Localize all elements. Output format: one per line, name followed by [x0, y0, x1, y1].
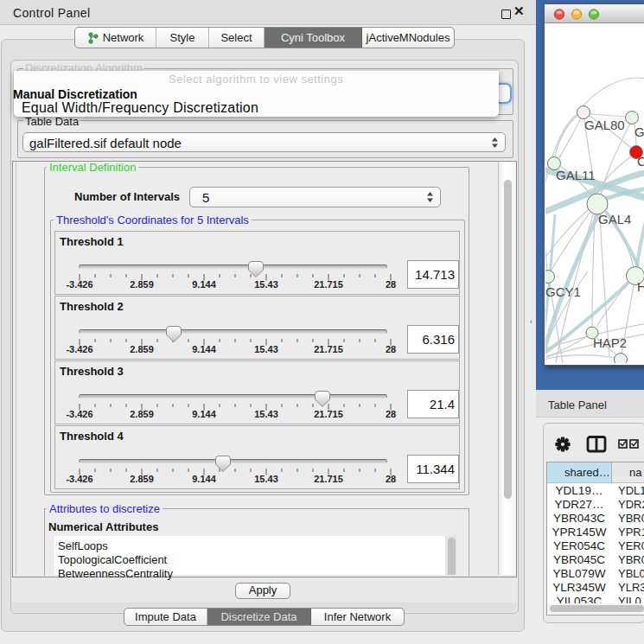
svg-text:H: H: [637, 279, 644, 294]
svg-text:GA: GA: [634, 124, 644, 139]
svg-text:C: C: [637, 154, 644, 169]
svg-text:GAL4: GAL4: [598, 212, 631, 226]
svg-text:GAL11: GAL11: [556, 168, 596, 182]
svg-text:HAP2: HAP2: [593, 335, 627, 350]
svg-text:GAL80: GAL80: [584, 118, 625, 132]
svg-text:GCY1: GCY1: [545, 284, 581, 299]
